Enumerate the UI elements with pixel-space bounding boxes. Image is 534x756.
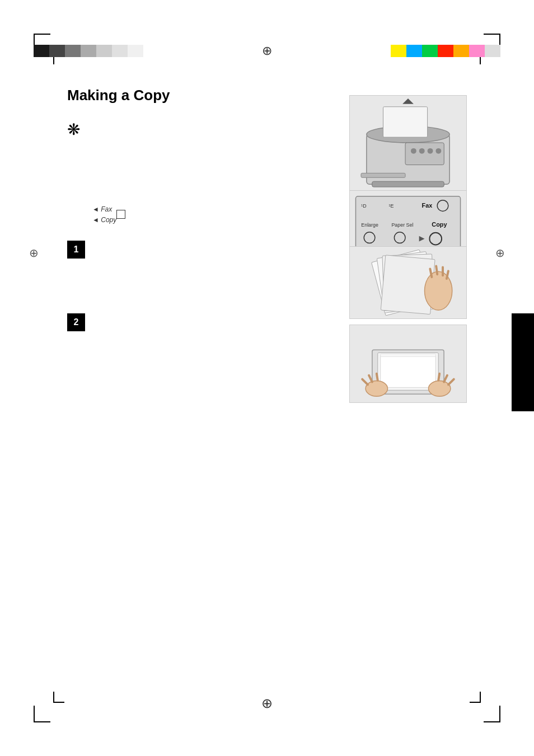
svg-point-5: [411, 148, 416, 154]
svg-text:Fax: Fax: [422, 202, 433, 209]
bar-seg-4: [81, 45, 96, 57]
inner-corner-bottom-left: [53, 692, 64, 703]
svg-marker-3: [402, 98, 414, 104]
svg-line-42: [444, 375, 447, 382]
fax-machine-svg: [350, 96, 466, 192]
side-tab: [512, 313, 534, 411]
grayscale-bar: [34, 45, 143, 57]
fax-label: ◄ Fax: [92, 204, 116, 215]
svg-point-6: [419, 148, 425, 154]
svg-rect-9: [361, 173, 405, 177]
svg-rect-35: [381, 354, 436, 356]
bar-seg-5: [96, 45, 112, 57]
fax-button-circle: [116, 210, 125, 219]
svg-text:Copy: Copy: [432, 221, 447, 228]
color-seg-2: [406, 45, 422, 57]
svg-point-36: [366, 381, 387, 397]
bar-seg-3: [65, 45, 81, 57]
inner-corner-bottom-right: [470, 692, 481, 703]
color-seg-3: [422, 45, 438, 57]
left-crosshair: ⊕: [29, 246, 39, 260]
svg-text:¹D: ¹D: [361, 203, 366, 209]
svg-text:¹E: ¹E: [389, 203, 394, 209]
top-registration-bar: ⊕: [0, 44, 534, 58]
bar-seg-2: [49, 45, 65, 57]
svg-line-38: [369, 375, 372, 382]
svg-line-39: [377, 374, 378, 381]
color-seg-5: [453, 45, 469, 57]
step-1-label: 1: [74, 245, 79, 255]
step-1-box: 1: [67, 241, 85, 259]
bar-seg-1: [34, 45, 49, 57]
color-seg-7: [485, 45, 500, 57]
color-bar: [391, 45, 500, 57]
bar-seg-7: [128, 45, 143, 57]
color-seg-1: [391, 45, 406, 57]
bottom-crosshair: ⊕: [261, 696, 273, 711]
bar-seg-6: [112, 45, 128, 57]
svg-text:Paper Sel: Paper Sel: [391, 222, 413, 228]
fax-machine-image: [349, 95, 467, 193]
paper-load-image: [349, 325, 467, 403]
step-2-box: 2: [67, 313, 85, 331]
svg-line-43: [438, 374, 439, 381]
paper-fan-svg: [350, 247, 466, 318]
svg-line-29: [436, 266, 437, 274]
svg-rect-2: [383, 107, 428, 137]
svg-point-7: [428, 148, 433, 154]
center-crosshair-top: ⊕: [262, 44, 272, 58]
svg-rect-10: [372, 181, 444, 187]
fax-copy-label: ◄ Fax ◄ Copy: [92, 204, 116, 226]
svg-rect-34: [381, 355, 436, 387]
page-title: Making a Copy: [67, 87, 170, 104]
svg-text:Enlarge: Enlarge: [361, 222, 378, 228]
corner-mark-bottom-left: [34, 706, 50, 722]
color-seg-6: [469, 45, 485, 57]
step-icon: ❋: [67, 120, 80, 139]
svg-line-37: [362, 379, 368, 385]
svg-point-8: [435, 148, 441, 154]
copy-label: ◄ Copy: [92, 215, 116, 226]
corner-mark-bottom-right: [484, 706, 500, 722]
paper-load-svg: [350, 325, 466, 402]
color-seg-4: [438, 45, 453, 57]
step-2-label: 2: [74, 317, 79, 327]
svg-rect-4: [405, 143, 444, 165]
paper-fan-image: [349, 246, 467, 319]
right-crosshair: ⊕: [495, 246, 505, 260]
svg-line-41: [448, 379, 454, 385]
svg-point-40: [428, 381, 450, 397]
